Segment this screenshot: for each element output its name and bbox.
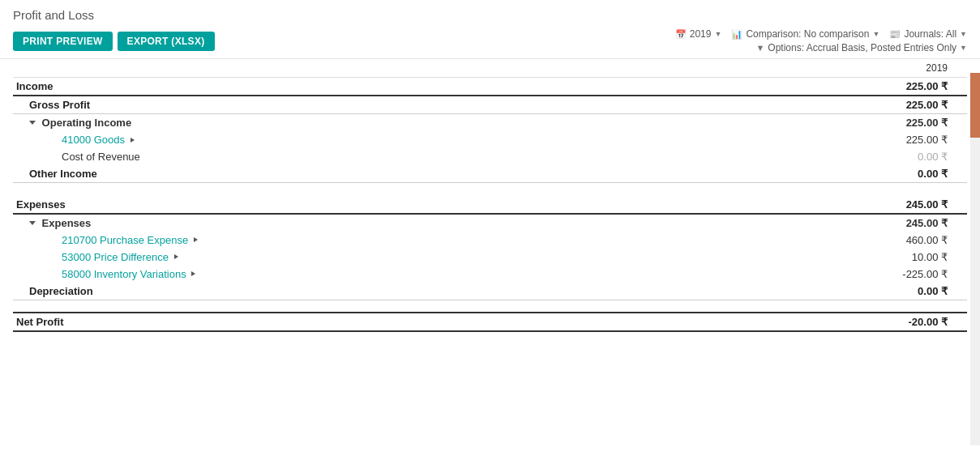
other-income-row: Other Income 0.00 ₹ xyxy=(13,165,967,183)
gross-profit-row: Gross Profit 225.00 ₹ xyxy=(13,96,967,114)
journal-icon: 📰 xyxy=(889,29,901,40)
export-button[interactable]: EXPORT (XLSX) xyxy=(118,32,215,51)
comparison-label: Comparison: No comparison xyxy=(746,28,869,40)
goods-value: 225.00 ₹ xyxy=(824,131,967,148)
scrollbar[interactable] xyxy=(970,73,980,445)
operating-income-value: 225.00 ₹ xyxy=(824,114,967,132)
goods-dropdown-icon[interactable] xyxy=(131,138,135,143)
other-income-value: 0.00 ₹ xyxy=(824,165,967,183)
expenses-category-label: Expenses xyxy=(13,214,824,232)
report-container: 2019 Income 225.00 ₹ Gross Profit 225.00… xyxy=(0,59,980,332)
net-profit-row: Net Profit -20.00 ₹ xyxy=(13,313,967,331)
depreciation-label: Depreciation xyxy=(13,283,824,300)
year-filter[interactable]: 📅 2019 ▼ xyxy=(675,28,722,40)
purchase-expense-row: 210700 Purchase Expense 460.00 ₹ xyxy=(13,232,967,249)
price-difference-link[interactable]: 53000 Price Difference xyxy=(62,251,169,263)
toolbar-right: 📅 2019 ▼ 📊 Comparison: No comparison ▼ 📰… xyxy=(675,28,967,53)
filter-row-2: ▼ Options: Accrual Basis, Posted Entries… xyxy=(755,42,967,53)
net-profit-label: Net Profit xyxy=(13,313,824,331)
price-difference-value: 10.00 ₹ xyxy=(824,249,967,266)
scrollbar-thumb[interactable] xyxy=(970,73,980,138)
options-caret-icon: ▼ xyxy=(960,44,967,52)
cost-of-revenue-row: Cost of Revenue 0.00 ₹ xyxy=(13,148,967,165)
comparison-filter[interactable]: 📊 Comparison: No comparison ▼ xyxy=(731,28,879,40)
income-label: Income xyxy=(13,78,824,96)
spacer-row-1 xyxy=(13,183,967,196)
comparison-caret-icon: ▼ xyxy=(872,30,879,38)
calendar-icon: 📅 xyxy=(675,29,687,40)
purchase-expense-link[interactable]: 210700 Purchase Expense xyxy=(62,234,188,246)
header-area: Profit and Loss PRINT PREVIEW EXPORT (XL… xyxy=(0,0,980,58)
journals-caret-icon: ▼ xyxy=(960,30,967,38)
depreciation-row: Depreciation 0.00 ₹ xyxy=(13,283,967,300)
price-difference-row: 53000 Price Difference 10.00 ₹ xyxy=(13,249,967,266)
price-difference-label: 53000 Price Difference xyxy=(13,249,824,266)
purchase-expense-label: 210700 Purchase Expense xyxy=(13,232,824,249)
other-income-label: Other Income xyxy=(13,165,824,183)
journals-filter[interactable]: 📰 Journals: All ▼ xyxy=(889,28,967,40)
expenses-section-header: Expenses 245.00 ₹ xyxy=(13,196,967,214)
purchase-expense-value: 460.00 ₹ xyxy=(824,232,967,249)
inventory-variations-value: -225.00 ₹ xyxy=(824,266,967,283)
journals-label: Journals: All xyxy=(904,28,956,40)
expenses-caret[interactable] xyxy=(29,221,36,225)
year-column-header: 2019 xyxy=(870,62,951,74)
net-profit-value: -20.00 ₹ xyxy=(824,313,967,331)
goods-link[interactable]: 41000 Goods xyxy=(62,134,125,146)
page-wrapper: Profit and Loss PRINT PREVIEW EXPORT (XL… xyxy=(0,0,980,464)
filter-icon: ▼ xyxy=(755,43,764,53)
expenses-category-value: 245.00 ₹ xyxy=(824,214,967,232)
filter-row-1: 📅 2019 ▼ 📊 Comparison: No comparison ▼ 📰… xyxy=(675,28,967,40)
toolbar: PRINT PREVIEW EXPORT (XLSX) 📅 2019 ▼ 📊 C… xyxy=(13,28,967,53)
print-preview-button[interactable]: PRINT PREVIEW xyxy=(13,32,113,51)
cost-of-revenue-value: 0.00 ₹ xyxy=(824,148,967,165)
income-section-header: Income 225.00 ₹ xyxy=(13,78,967,96)
gross-profit-label: Gross Profit xyxy=(13,96,824,114)
year-header-row: 2019 xyxy=(13,59,967,78)
operating-income-row: Operating Income 225.00 ₹ xyxy=(13,114,967,132)
expenses-category-row: Expenses 245.00 ₹ xyxy=(13,214,967,232)
inventory-variations-row: 58000 Inventory Variations -225.00 ₹ xyxy=(13,266,967,283)
page-title: Profit and Loss xyxy=(13,8,967,22)
report-table: Income 225.00 ₹ Gross Profit 225.00 ₹ Op… xyxy=(13,78,967,332)
spacer-row-2 xyxy=(13,300,967,313)
goods-label: 41000 Goods xyxy=(13,131,824,148)
price-difference-dropdown-icon[interactable] xyxy=(174,254,178,259)
operating-income-caret[interactable] xyxy=(29,121,36,125)
expenses-header-value: 245.00 ₹ xyxy=(824,196,967,214)
inventory-variations-dropdown-icon[interactable] xyxy=(191,271,195,276)
purchase-expense-dropdown-icon[interactable] xyxy=(194,237,198,242)
gross-profit-value: 225.00 ₹ xyxy=(824,96,967,114)
options-label: Options: Accrual Basis, Posted Entries O… xyxy=(768,42,956,53)
year-filter-label: 2019 xyxy=(690,28,712,40)
inventory-variations-link[interactable]: 58000 Inventory Variations xyxy=(62,268,186,280)
goods-row: 41000 Goods 225.00 ₹ xyxy=(13,131,967,148)
year-caret-icon: ▼ xyxy=(714,30,721,38)
cost-of-revenue-label: Cost of Revenue xyxy=(13,148,824,165)
inventory-variations-label: 58000 Inventory Variations xyxy=(13,266,824,283)
expenses-header-label: Expenses xyxy=(13,196,824,214)
operating-income-label: Operating Income xyxy=(13,114,824,132)
toolbar-left: PRINT PREVIEW EXPORT (XLSX) xyxy=(13,32,215,51)
chart-icon: 📊 xyxy=(731,29,742,40)
depreciation-value: 0.00 ₹ xyxy=(824,283,967,300)
options-filter[interactable]: ▼ Options: Accrual Basis, Posted Entries… xyxy=(755,42,967,53)
income-value: 225.00 ₹ xyxy=(824,78,967,96)
